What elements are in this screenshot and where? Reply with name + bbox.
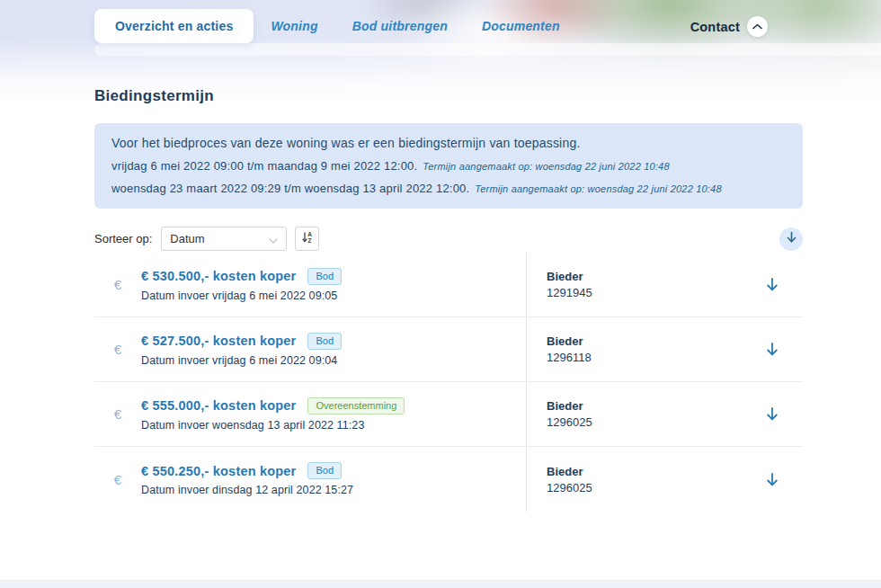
bid-list: € € 530.500,- kosten koper Bod Datum inv… bbox=[94, 253, 803, 512]
period-range: woensdag 23 maart 2022 09:29 t/m woensda… bbox=[111, 182, 469, 195]
bid-amount: € 550.250,- kosten koper bbox=[141, 464, 296, 478]
sort-controls: Sorteer op: Datum A Z bbox=[94, 227, 803, 251]
svg-text:A: A bbox=[307, 231, 312, 237]
sort-select-value: Datum bbox=[170, 232, 204, 245]
bid-entry-date: Datum invoer woensdag 13 april 2022 11:2… bbox=[141, 419, 526, 432]
period-line: woensdag 23 maart 2022 09:29 t/m woensda… bbox=[111, 182, 786, 195]
euro-icon: € bbox=[94, 253, 141, 316]
bidder-info: Bieder 1296025 bbox=[527, 447, 756, 512]
sort-order-icon: A Z bbox=[301, 231, 314, 246]
chevron-down-icon bbox=[269, 231, 278, 247]
euro-icon: € bbox=[94, 317, 141, 381]
bidder-info: Bieder 1296118 bbox=[527, 317, 756, 381]
bidder-id: 1296025 bbox=[547, 481, 756, 494]
bidder-id: 1296118 bbox=[547, 351, 756, 364]
bid-entry-date: Datum invoer vrijdag 6 mei 2022 09:05 bbox=[141, 290, 526, 302]
period-range: vrijdag 6 mei 2022 09:00 t/m maandag 9 m… bbox=[111, 159, 417, 173]
page-title: Biedingstermijn bbox=[94, 87, 803, 105]
download-arrow-icon[interactable] bbox=[765, 406, 779, 422]
bidder-id: 1291945 bbox=[547, 286, 756, 299]
notice-intro: Voor het biedproces van deze woning was … bbox=[111, 136, 786, 150]
bid-status-badge: Bod bbox=[307, 462, 342, 479]
bid-row: € € 527.500,- kosten koper Bod Datum inv… bbox=[94, 317, 803, 382]
page: Overzicht en acties Woning Bod uitbrenge… bbox=[0, 0, 881, 588]
bidder-label: Bieder bbox=[547, 465, 756, 478]
download-arrow-icon[interactable] bbox=[765, 472, 779, 487]
sort-select[interactable]: Datum bbox=[161, 227, 287, 251]
euro-icon: € bbox=[94, 382, 141, 446]
sort-order-button[interactable]: A Z bbox=[295, 227, 319, 251]
bid-entry-date: Datum invoer dinsdag 12 april 2022 15:27 bbox=[141, 484, 526, 496]
bid-info: € 550.250,- kosten koper Bod Datum invoe… bbox=[141, 447, 526, 512]
svg-text:Z: Z bbox=[307, 237, 311, 244]
bidder-info: Bieder 1291945 bbox=[527, 253, 756, 316]
download-arrow-icon[interactable] bbox=[765, 277, 779, 292]
bid-row: € € 530.500,- kosten koper Bod Datum inv… bbox=[94, 253, 803, 317]
bid-info: € 555.000,- kosten koper Overeenstemming… bbox=[141, 382, 526, 446]
bid-row: € € 550.250,- kosten koper Bod Datum inv… bbox=[94, 447, 803, 512]
bid-row: € € 555.000,- kosten koper Overeenstemmi… bbox=[94, 382, 803, 447]
bidder-id: 1296025 bbox=[547, 415, 756, 429]
bidder-label: Bieder bbox=[547, 334, 756, 348]
bid-status-badge: Overeenstemming bbox=[307, 397, 405, 414]
download-arrow-icon[interactable] bbox=[765, 342, 779, 357]
scroll-down-button[interactable] bbox=[779, 227, 803, 251]
bidder-info: Bieder 1296025 bbox=[527, 382, 756, 446]
arrow-down-icon bbox=[786, 231, 797, 246]
bid-status-badge: Bod bbox=[307, 333, 342, 350]
footer-strip bbox=[0, 580, 881, 588]
euro-icon: € bbox=[94, 447, 141, 512]
main-content: Biedingstermijn Voor het biedproces van … bbox=[94, 0, 803, 512]
bid-info: € 527.500,- kosten koper Bod Datum invoe… bbox=[141, 317, 526, 381]
period-created: Termijn aangemaakt op: woensdag 22 juni … bbox=[475, 183, 721, 194]
period-line: vrijdag 6 mei 2022 09:00 t/m maandag 9 m… bbox=[111, 159, 786, 173]
bidder-label: Bieder bbox=[547, 399, 756, 413]
bid-info: € 530.500,- kosten koper Bod Datum invoe… bbox=[141, 253, 526, 316]
bid-entry-date: Datum invoer vrijdag 6 mei 2022 09:04 bbox=[141, 354, 526, 367]
bid-amount: € 555.000,- kosten koper bbox=[141, 398, 296, 413]
bidding-period-notice: Voor het biedproces van deze woning was … bbox=[94, 123, 803, 209]
bid-amount: € 530.500,- kosten koper bbox=[141, 269, 296, 283]
bidder-label: Bieder bbox=[547, 270, 756, 283]
sort-label: Sorteer op: bbox=[94, 232, 152, 245]
bid-amount: € 527.500,- kosten koper bbox=[141, 334, 296, 348]
period-created: Termijn aangemaakt op: woensdag 22 juni … bbox=[423, 161, 669, 172]
bid-status-badge: Bod bbox=[307, 268, 342, 285]
